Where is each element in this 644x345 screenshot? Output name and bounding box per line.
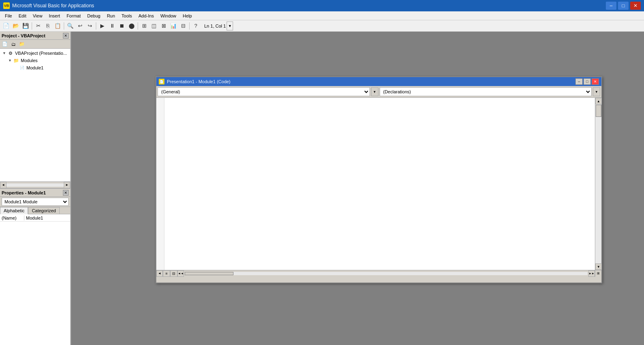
pause-button[interactable]: ⏸ [108, 22, 117, 30]
view-object-button[interactable]: 🗂 [9, 41, 17, 48]
code-window-close[interactable]: ✕ [592, 78, 599, 85]
props-name-value[interactable]: Module1 [24, 216, 70, 220]
code-editor[interactable] [164, 98, 595, 270]
object-browser-button[interactable]: ◫ [149, 22, 158, 30]
project-icon: ⚙ [7, 50, 14, 56]
find-button[interactable]: 🔍 [66, 22, 75, 30]
toggle-folders-button[interactable]: 📁 [18, 41, 26, 48]
project-panel: Project - VBAProject ✕ 📄 🗂 📁 ▼ ⚙ VBAProj… [0, 32, 70, 189]
menu-help[interactable]: Help [179, 13, 195, 19]
code-proc-dropdown[interactable]: (Declarations) [380, 87, 592, 96]
vscroll-thumb[interactable] [596, 105, 601, 117]
status-position: Ln 1, Col 1 [204, 24, 226, 28]
vscroll-track[interactable] [595, 104, 601, 263]
toolbar-separator-4 [138, 22, 138, 30]
menu-addins[interactable]: Add-Ins [135, 13, 157, 19]
paste-button[interactable]: 📋 [53, 22, 62, 30]
expand-icon-modules: ▼ [8, 58, 13, 63]
code-window-maximize[interactable]: □ [583, 78, 591, 85]
project-explorer-button[interactable]: 📊 [169, 22, 178, 30]
code-dropdowns: (General) ▼ (Declarations) ▼ [156, 86, 601, 98]
module1-icon: 📄 [19, 65, 25, 71]
redo-button[interactable]: ↪ [85, 22, 94, 30]
code-context-dropdown-arrow[interactable]: ▼ [371, 87, 378, 96]
props-name-label: (Name) [0, 216, 24, 220]
copy-button[interactable]: ⎘ [43, 22, 52, 30]
scroll-track[interactable] [6, 183, 64, 187]
tree-node-module1[interactable]: 📄 Module1 [1, 64, 69, 71]
hscroll-page-left-button[interactable]: ◄ [177, 270, 184, 277]
design-button[interactable]: ⊞ [140, 22, 149, 30]
toggle-breakpoint-button[interactable]: ⬤ [127, 22, 136, 30]
main-layout: Project - VBAProject ✕ 📄 🗂 📁 ▼ ⚙ VBAProj… [0, 32, 644, 345]
properties-button[interactable]: ⊟ [179, 22, 188, 30]
properties-panel: Properties - Module1 ✕ Module1 Module Al… [0, 189, 70, 345]
toolbar-separator-2 [64, 22, 64, 30]
menu-view[interactable]: View [30, 13, 46, 19]
modules-folder-icon: 📁 [13, 57, 19, 64]
menu-window[interactable]: Window [157, 13, 179, 19]
cut-button[interactable]: ✂ [34, 22, 43, 30]
menu-insert[interactable]: Insert [45, 13, 63, 19]
tab-alphabetic[interactable]: Alphabetic [0, 207, 28, 214]
project-panel-toolbar: 📄 🗂 📁 [0, 40, 70, 49]
properties-panel-close[interactable]: ✕ [63, 190, 69, 196]
scroll-left-arrow[interactable]: ◄ [0, 182, 6, 188]
close-button[interactable]: ✕ [630, 2, 641, 10]
menu-run[interactable]: Run [104, 13, 118, 19]
run-button[interactable]: ▶ [98, 22, 107, 30]
menu-debug[interactable]: Debug [84, 13, 104, 19]
title-bar-controls: – □ ✕ [606, 2, 641, 10]
line-numbers [156, 98, 164, 270]
view-proc-icon[interactable]: ⊟ [170, 270, 177, 277]
properties-panel-header: Properties - Module1 ✕ [0, 189, 70, 197]
menu-edit[interactable]: Edit [15, 13, 30, 19]
minimize-button[interactable]: – [606, 2, 616, 10]
save-button[interactable]: 💾 [21, 22, 30, 30]
scroll-right-arrow[interactable]: ► [64, 182, 70, 188]
menu-tools[interactable]: Tools [118, 13, 135, 19]
title-bar: VB Microsoft Visual Basic for Applicatio… [0, 0, 644, 11]
tree-node-modules[interactable]: ▼ 📁 Modules [1, 57, 69, 64]
undo-button[interactable]: ↩ [76, 22, 84, 30]
maximize-button[interactable]: □ [618, 2, 629, 10]
tree-module1-label: Module1 [26, 65, 43, 70]
toolbar-dropdown[interactable]: ▼ [227, 22, 233, 30]
project-panel-hscrollbar: ◄ ► [0, 181, 70, 188]
new-button[interactable]: 📄 [2, 22, 11, 30]
hscroll-page-right-button[interactable]: ► [588, 270, 595, 277]
code-proc-dropdown-arrow[interactable]: ▼ [593, 87, 600, 96]
menu-bar: File Edit View Insert Format Debug Run T… [0, 11, 644, 20]
hscroll-track[interactable] [185, 272, 588, 275]
stop-button[interactable]: ⏹ [117, 22, 126, 30]
view-code-icon[interactable]: ≡ [163, 270, 170, 277]
menu-file[interactable]: File [2, 13, 15, 19]
tab-categorized[interactable]: Categorized [28, 207, 59, 214]
vscroll-up-button[interactable] [595, 98, 602, 104]
vscroll-down-button[interactable] [595, 263, 602, 270]
toolbar: 📄 📂 💾 ✂ ⎘ 📋 🔍 ↩ ↪ ▶ ⏸ ⏹ ⬤ ⊞ ◫ ⊠ 📊 ⊟ ? Ln… [0, 20, 644, 32]
hscroll-thumb[interactable] [185, 272, 233, 275]
code-editor-area [156, 98, 601, 270]
tree-node-project[interactable]: ▼ ⚙ VBAProject (Presentatio... [1, 50, 69, 57]
properties-object-dropdown[interactable]: Module1 Module [2, 198, 69, 206]
help-button[interactable]: ? [191, 22, 200, 30]
code-hscrollbar: ≡ ⊟ ◄ ► ⊞ [156, 270, 601, 276]
properties-dropdown-row: Module1 Module [0, 197, 70, 207]
code-window-minimize[interactable]: – [575, 78, 583, 85]
menu-format[interactable]: Format [63, 13, 84, 19]
properties-panel-title: Properties - Module1 [2, 190, 46, 195]
properties-tabs: Alphabetic Categorized [0, 207, 70, 214]
project-panel-close[interactable]: ✕ [63, 33, 69, 39]
view-code-button[interactable]: 📄 [1, 41, 9, 48]
project-panel-title: Project - VBAProject [2, 33, 45, 38]
open-button[interactable]: 📂 [11, 22, 20, 30]
code-context-dropdown[interactable]: (General) [158, 87, 370, 96]
hscroll-left-button[interactable] [156, 270, 163, 277]
code-vscrollbar [595, 98, 601, 270]
toolbox-button[interactable]: ⊠ [159, 22, 168, 30]
code-window: 📄 Presentation1 - Module1 (Code) – □ ✕ (… [156, 76, 602, 283]
properties-grid: (Name) Module1 [0, 214, 70, 345]
code-window-titlebar: 📄 Presentation1 - Module1 (Code) – □ ✕ [156, 77, 601, 86]
app-title: Microsoft Visual Basic for Applications [12, 3, 603, 9]
